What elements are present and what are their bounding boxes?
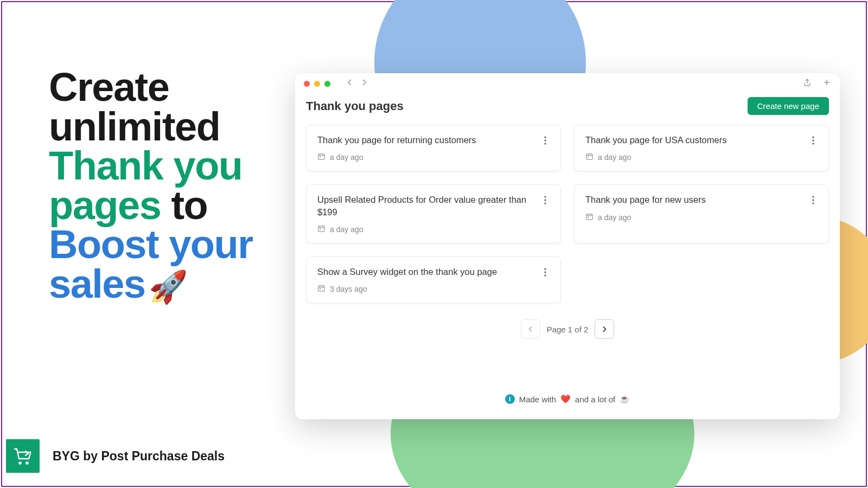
hero-text-line1: Create unlimited	[49, 65, 220, 149]
card-title: Upsell Related Products for Order value …	[317, 194, 550, 218]
svg-point-6	[544, 143, 546, 144]
card-meta: a day ago	[585, 213, 818, 222]
svg-point-14	[544, 196, 546, 198]
card-time: a day ago	[598, 213, 631, 222]
card-menu-button[interactable]	[807, 134, 820, 147]
calendar-icon	[585, 152, 593, 162]
hero-highlight-green: Thank you pages	[49, 143, 242, 228]
footer-prefix: Made with	[519, 395, 556, 404]
svg-point-25	[544, 271, 546, 273]
card-meta: a day ago	[585, 152, 818, 162]
svg-point-1	[25, 461, 29, 465]
card-time: a day ago	[330, 225, 363, 234]
card-menu-button[interactable]	[539, 266, 552, 279]
card-title: Show a Survey widget on the thank you pa…	[317, 266, 550, 278]
card-menu-button[interactable]	[539, 194, 552, 207]
brand-text: BYG by Post Purchase Deals	[53, 449, 225, 464]
pagination: Page 1 of 2	[306, 319, 829, 339]
card-meta: a day ago	[317, 152, 550, 162]
card-time: a day ago	[598, 153, 631, 162]
calendar-icon	[317, 152, 326, 162]
app-window: Thank you pages Create new page Thank yo…	[295, 73, 840, 419]
svg-rect-13	[320, 228, 321, 229]
hero-text: Create unlimited Thank you pages to Boos…	[49, 68, 288, 304]
page-card[interactable]: Thank you page for new usersa day ago	[574, 184, 829, 243]
card-title: Thank you page for USA customers	[585, 134, 818, 146]
card-meta: a day ago	[317, 224, 550, 234]
svg-rect-8	[588, 157, 589, 158]
svg-rect-3	[320, 157, 321, 158]
page-card[interactable]: Thank you page for USA customersa day ag…	[574, 125, 829, 171]
svg-point-10	[812, 139, 814, 141]
svg-point-11	[812, 143, 814, 144]
prev-page-button[interactable]	[521, 319, 540, 339]
back-icon[interactable]	[346, 78, 354, 89]
svg-point-19	[812, 196, 814, 198]
brand-logo-icon	[6, 439, 40, 473]
svg-point-9	[812, 136, 814, 138]
info-icon: i	[505, 394, 515, 404]
hero-text-line3: to	[161, 183, 207, 228]
svg-point-24	[544, 268, 546, 269]
svg-rect-2	[318, 154, 324, 159]
svg-rect-7	[586, 154, 592, 159]
create-new-page-button[interactable]: Create new page	[748, 97, 829, 115]
new-tab-icon[interactable]	[822, 78, 831, 89]
forward-icon[interactable]	[360, 78, 368, 89]
svg-point-0	[18, 461, 22, 465]
svg-point-5	[544, 139, 546, 141]
page-card[interactable]: Show a Survey widget on the thank you pa…	[306, 256, 561, 303]
card-time: 3 days ago	[330, 285, 367, 293]
card-time: a day ago	[330, 153, 363, 162]
svg-point-16	[544, 203, 546, 204]
svg-rect-23	[320, 288, 321, 290]
card-menu-button[interactable]	[807, 194, 820, 207]
maximize-window-button[interactable]	[324, 81, 330, 87]
svg-point-20	[812, 200, 814, 201]
card-meta: 3 days ago	[317, 284, 550, 294]
svg-point-26	[544, 274, 546, 276]
calendar-icon	[317, 224, 326, 234]
close-window-button[interactable]	[304, 81, 310, 87]
card-title: Thank you page for returning customers	[317, 134, 550, 146]
card-menu-button[interactable]	[539, 134, 552, 147]
calendar-icon	[585, 213, 593, 222]
card-title: Thank you page for new users	[585, 194, 818, 206]
next-page-button[interactable]	[595, 319, 614, 339]
traffic-lights	[304, 81, 330, 87]
brand-row: BYG by Post Purchase Deals	[6, 439, 225, 473]
svg-rect-22	[318, 286, 324, 291]
svg-rect-17	[586, 214, 592, 219]
svg-rect-12	[318, 226, 324, 232]
page-title: Thank you pages	[306, 99, 404, 113]
svg-point-15	[544, 200, 546, 201]
footer-note: i Made with ❤️ and a lot of ☕	[306, 394, 829, 408]
window-chrome	[295, 73, 840, 94]
svg-rect-18	[588, 216, 589, 217]
page-card[interactable]: Thank you page for returning customersa …	[306, 125, 561, 171]
nav-arrows	[346, 78, 368, 89]
pagination-text: Page 1 of 2	[547, 325, 589, 334]
page-card[interactable]: Upsell Related Products for Order value …	[306, 184, 561, 243]
rocket-icon: 🚀	[149, 269, 187, 304]
page-header: Thank you pages Create new page	[306, 97, 829, 115]
svg-point-4	[544, 136, 546, 138]
minimize-window-button[interactable]	[314, 81, 320, 87]
heart-icon: ❤️	[560, 394, 571, 404]
calendar-icon	[317, 284, 326, 294]
footer-mid: and a lot of	[575, 395, 615, 404]
coffee-icon: ☕	[620, 394, 630, 404]
svg-point-21	[812, 203, 814, 204]
share-icon[interactable]	[803, 78, 812, 89]
